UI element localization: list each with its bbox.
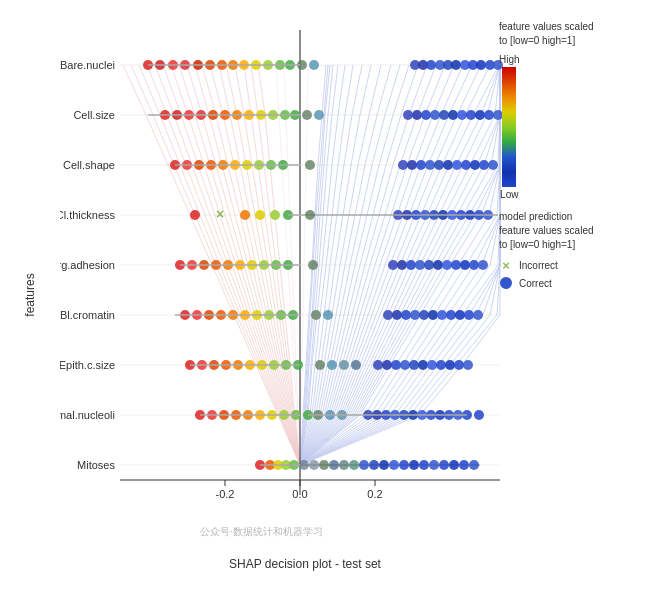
svg-point-67 xyxy=(421,110,431,120)
watermark: 公众号·数据统计和机器学习 xyxy=(200,525,323,539)
svg-point-177 xyxy=(400,360,410,370)
svg-point-235 xyxy=(429,460,439,470)
svg-point-222 xyxy=(299,460,309,470)
svg-point-223 xyxy=(309,460,319,470)
svg-point-93 xyxy=(443,160,453,170)
svg-point-96 xyxy=(470,160,480,170)
svg-point-238 xyxy=(459,460,469,470)
svg-point-182 xyxy=(445,360,455,370)
svg-point-100 xyxy=(190,210,200,220)
svg-text:0.2: 0.2 xyxy=(367,488,382,500)
svg-point-156 xyxy=(428,310,438,320)
svg-point-178 xyxy=(409,360,419,370)
svg-point-228 xyxy=(359,460,369,470)
svg-point-133 xyxy=(424,260,434,270)
svg-point-225 xyxy=(329,460,339,470)
svg-point-95 xyxy=(461,160,471,170)
svg-text:Mitoses: Mitoses xyxy=(77,459,115,471)
svg-point-129 xyxy=(388,260,398,270)
svg-point-162 xyxy=(311,310,321,320)
svg-point-160 xyxy=(464,310,474,320)
svg-point-76 xyxy=(302,110,312,120)
svg-text:Cl.thickness: Cl.thickness xyxy=(60,209,116,221)
svg-point-180 xyxy=(427,360,437,370)
svg-point-137 xyxy=(460,260,470,270)
cross-symbol: × xyxy=(502,258,510,273)
svg-point-183 xyxy=(454,360,464,370)
svg-point-229 xyxy=(369,460,379,470)
svg-point-186 xyxy=(327,360,337,370)
svg-point-153 xyxy=(401,310,411,320)
svg-text:Cell.shape: Cell.shape xyxy=(63,159,115,171)
svg-point-157 xyxy=(437,310,447,320)
svg-text:-0.2: -0.2 xyxy=(216,488,235,500)
svg-point-179 xyxy=(418,360,428,370)
svg-point-237 xyxy=(449,460,459,470)
svg-point-69 xyxy=(439,110,449,120)
svg-text:Epith.c.size: Epith.c.size xyxy=(60,359,115,371)
svg-point-74 xyxy=(484,110,494,120)
prediction-legend-title: model predictionfeature values scaledto … xyxy=(499,210,654,252)
svg-point-226 xyxy=(339,460,349,470)
svg-point-175 xyxy=(382,360,392,370)
svg-point-138 xyxy=(469,260,479,270)
svg-point-230 xyxy=(379,460,389,470)
svg-point-239 xyxy=(469,460,479,470)
svg-point-233 xyxy=(409,460,419,470)
svg-point-131 xyxy=(406,260,416,270)
svg-point-140 xyxy=(308,260,318,270)
svg-point-185 xyxy=(315,360,325,370)
svg-point-118 xyxy=(305,210,315,220)
svg-point-139 xyxy=(478,260,488,270)
svg-point-99 xyxy=(305,160,315,170)
svg-point-103 xyxy=(255,210,265,220)
svg-point-135 xyxy=(442,260,452,270)
svg-point-68 xyxy=(430,110,440,120)
y-axis-label: features xyxy=(23,273,37,316)
svg-point-181 xyxy=(436,360,446,370)
svg-point-42 xyxy=(426,60,436,70)
svg-point-161 xyxy=(473,310,483,320)
svg-text:Bare.nuclei: Bare.nuclei xyxy=(60,59,115,71)
svg-point-151 xyxy=(383,310,393,320)
svg-point-130 xyxy=(397,260,407,270)
svg-point-72 xyxy=(466,110,476,120)
chart-area: Bare.nuclei Cell.size Cell.shape Cl.thic… xyxy=(60,20,550,540)
svg-point-155 xyxy=(419,310,429,320)
svg-point-90 xyxy=(416,160,426,170)
incorrect-legend-item: × Incorrect xyxy=(499,258,654,272)
incorrect-icon: × xyxy=(499,258,513,272)
svg-point-154 xyxy=(410,310,420,320)
svg-point-184 xyxy=(463,360,473,370)
svg-text:Cell.size: Cell.size xyxy=(73,109,115,121)
svg-point-91 xyxy=(425,160,435,170)
svg-text:Normal.nucleoli: Normal.nucleoli xyxy=(60,409,115,421)
svg-point-97 xyxy=(479,160,489,170)
color-scale-bar xyxy=(502,67,516,187)
svg-point-88 xyxy=(398,160,408,170)
svg-point-132 xyxy=(415,260,425,270)
svg-point-176 xyxy=(391,360,401,370)
svg-point-163 xyxy=(323,310,333,320)
svg-text:Bl.cromatin: Bl.cromatin xyxy=(60,309,115,321)
incorrect-label: Incorrect xyxy=(519,260,558,271)
svg-point-227 xyxy=(349,460,359,470)
svg-point-159 xyxy=(455,310,465,320)
svg-point-136 xyxy=(451,260,461,270)
svg-point-89 xyxy=(407,160,417,170)
svg-point-92 xyxy=(434,160,444,170)
chart-container: features xyxy=(0,0,664,589)
svg-text:×: × xyxy=(216,206,224,222)
x-axis-title: SHAP decision plot - test set xyxy=(60,557,550,571)
svg-point-134 xyxy=(433,260,443,270)
svg-point-234 xyxy=(419,460,429,470)
high-label: High xyxy=(499,54,520,65)
correct-legend-item: Correct xyxy=(499,276,654,290)
svg-point-104 xyxy=(270,210,280,220)
svg-point-215 xyxy=(474,410,484,420)
svg-point-52 xyxy=(309,60,319,70)
correct-icon xyxy=(499,276,513,290)
svg-point-231 xyxy=(389,460,399,470)
svg-point-45 xyxy=(451,60,461,70)
svg-point-232 xyxy=(399,460,409,470)
